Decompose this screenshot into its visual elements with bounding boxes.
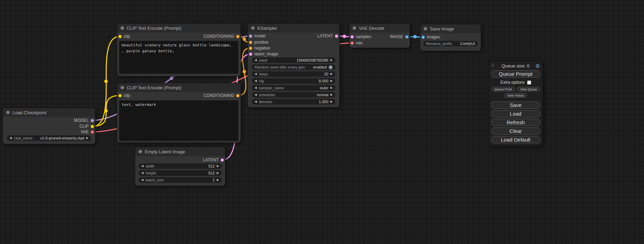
clip-slot-icon[interactable] bbox=[91, 125, 94, 128]
batch-size-widget[interactable]: ◀ batch_size 1 ▶ bbox=[139, 177, 222, 183]
node-title-bar[interactable]: Empty Latent Image bbox=[135, 147, 225, 156]
increment-icon[interactable]: ▶ bbox=[330, 87, 333, 89]
refresh-button[interactable]: Refresh bbox=[491, 119, 540, 126]
vae-slot-icon[interactable] bbox=[91, 130, 94, 134]
save-button[interactable]: Save bbox=[491, 101, 540, 109]
increment-icon[interactable]: ▶ bbox=[330, 59, 333, 62]
load-button[interactable]: Load bbox=[491, 110, 540, 117]
decrement-icon[interactable]: ◀ bbox=[255, 93, 257, 96]
decrement-icon[interactable]: ◀ bbox=[255, 73, 257, 75]
collapse-dot-icon[interactable] bbox=[6, 111, 10, 114]
collapse-dot-icon[interactable] bbox=[139, 150, 142, 153]
collapse-dot-icon[interactable] bbox=[353, 26, 356, 30]
input-slot-samples[interactable]: samples bbox=[351, 34, 371, 39]
clip-slot-icon[interactable] bbox=[118, 94, 122, 97]
conditioning-slot-icon[interactable] bbox=[249, 41, 252, 44]
collapse-dot-icon[interactable] bbox=[121, 86, 124, 89]
drag-handle-icon[interactable]: ⠿ bbox=[491, 63, 494, 68]
increment-icon[interactable]: ▶ bbox=[330, 93, 333, 96]
toggle-icon[interactable] bbox=[329, 65, 333, 69]
output-slot-conditioning[interactable]: CONDITIONING bbox=[203, 93, 239, 98]
view-queue-button[interactable]: View Queue bbox=[517, 87, 540, 91]
decrement-icon[interactable]: ◀ bbox=[255, 80, 257, 82]
node-title-bar[interactable]: Load Checkpoint bbox=[3, 108, 95, 117]
extra-options-checkbox[interactable] bbox=[527, 81, 531, 84]
comfyui-canvas[interactable]: { "colors": { "model": "#B39DDB", "clip"… bbox=[0, 0, 644, 244]
clip-slot-icon[interactable] bbox=[118, 35, 122, 38]
vae-slot-icon[interactable] bbox=[351, 42, 354, 45]
queue-front-button[interactable]: Queue Front bbox=[491, 87, 515, 91]
load-default-button[interactable]: Load Default bbox=[491, 136, 540, 143]
ckpt-name-widget[interactable]: ◀ ckpt_name v1-5-pruned-emaonly.ckpt ▶ bbox=[7, 135, 91, 141]
height-widget[interactable]: ◀ height 512 ▶ bbox=[139, 170, 222, 176]
image-slot-icon[interactable] bbox=[405, 35, 408, 38]
node-title-bar[interactable]: CLIP Text Encode (Prompt) bbox=[117, 83, 241, 92]
conditioning-slot-icon[interactable] bbox=[236, 94, 239, 97]
node-load-checkpoint[interactable]: Load Checkpoint MODEL CLIP VAE ◀ ckpt_na… bbox=[3, 108, 95, 144]
sampler-name-widget[interactable]: ◀ sampler_name euler ▶ bbox=[252, 85, 335, 91]
decrement-icon[interactable]: ◀ bbox=[255, 87, 257, 89]
output-slot-model[interactable]: MODEL bbox=[74, 118, 94, 123]
input-slot-negative[interactable]: negative bbox=[249, 45, 270, 51]
decrement-icon[interactable]: ◀ bbox=[141, 172, 143, 174]
output-slot-latent[interactable]: LATENT bbox=[203, 157, 224, 163]
input-slot-positive[interactable]: positive bbox=[249, 39, 268, 45]
node-empty-latent-image[interactable]: Empty Latent Image LATENT ◀ width 512 ▶ … bbox=[135, 147, 225, 186]
latent-slot-icon[interactable] bbox=[351, 35, 354, 38]
node-vae-decode[interactable]: VAE Decode samples vae IMAGE bbox=[349, 24, 410, 48]
denoise-widget[interactable]: ◀ denoise 1.000 ▶ bbox=[252, 99, 335, 105]
decrement-icon[interactable]: ◀ bbox=[255, 59, 257, 62]
latent-slot-icon[interactable] bbox=[249, 53, 252, 56]
queue-prompt-button[interactable]: Queue Prompt bbox=[491, 70, 540, 78]
output-slot-clip[interactable]: CLIP bbox=[79, 124, 94, 129]
model-slot-icon[interactable] bbox=[249, 35, 252, 38]
node-clip-text-encode-negative[interactable]: CLIP Text Encode (Prompt) clip CONDITION… bbox=[117, 83, 241, 143]
decrement-icon[interactable]: ◀ bbox=[10, 137, 12, 139]
node-title-bar[interactable]: VAE Decode bbox=[349, 24, 410, 33]
image-slot-icon[interactable] bbox=[422, 36, 425, 39]
collapse-dot-icon[interactable] bbox=[121, 26, 124, 30]
input-slot-model[interactable]: model bbox=[249, 33, 266, 39]
clear-button[interactable]: Clear bbox=[491, 127, 540, 135]
seed-widget[interactable]: ◀ seed 156680208700286 ▶ bbox=[252, 57, 335, 63]
decrement-icon[interactable]: ◀ bbox=[141, 165, 143, 168]
decrement-icon[interactable]: ◀ bbox=[141, 179, 143, 181]
node-clip-text-encode-positive[interactable]: CLIP Text Encode (Prompt) clip CONDITION… bbox=[117, 24, 241, 76]
increment-icon[interactable]: ▶ bbox=[330, 80, 333, 82]
input-slot-clip[interactable]: clip bbox=[118, 34, 130, 39]
collapse-dot-icon[interactable] bbox=[251, 26, 255, 30]
input-slot-vae[interactable]: vae bbox=[351, 40, 362, 46]
increment-icon[interactable]: ▶ bbox=[217, 165, 219, 168]
node-save-image[interactable]: Save Image images filename_prefix ComfyU… bbox=[420, 24, 481, 51]
decrement-icon[interactable]: ◀ bbox=[255, 100, 257, 103]
width-widget[interactable]: ◀ width 512 ▶ bbox=[139, 163, 222, 169]
node-title-bar[interactable]: Save Image bbox=[420, 24, 481, 33]
increment-icon[interactable]: ▶ bbox=[86, 137, 88, 139]
increment-icon[interactable]: ▶ bbox=[330, 73, 333, 75]
scheduler-widget[interactable]: ◀ scheduler normal ▶ bbox=[252, 92, 335, 98]
node-title-bar[interactable]: KSampler bbox=[248, 24, 339, 33]
model-slot-icon[interactable] bbox=[91, 119, 94, 122]
input-slot-latent-image[interactable]: latent_image bbox=[249, 51, 278, 57]
input-slot-images[interactable]: images bbox=[422, 34, 440, 40]
collapse-dot-icon[interactable] bbox=[424, 27, 427, 30]
random-seed-widget[interactable]: Random seed after every gen enabled bbox=[252, 64, 335, 70]
node-ksampler[interactable]: KSampler model positive negative latent_… bbox=[248, 24, 339, 107]
latent-slot-icon[interactable] bbox=[221, 159, 224, 162]
output-slot-latent[interactable]: LATENT bbox=[317, 33, 338, 39]
cfg-widget[interactable]: ◀ cfg 8.000 ▶ bbox=[252, 78, 335, 84]
steps-widget[interactable]: ◀ steps 20 ▶ bbox=[252, 71, 335, 77]
output-slot-image[interactable]: IMAGE bbox=[390, 34, 408, 39]
increment-icon[interactable]: ▶ bbox=[217, 172, 219, 174]
settings-gear-icon[interactable]: ⚙ bbox=[536, 63, 540, 69]
prompt-text-area[interactable]: beautiful scenery nature glass bottle la… bbox=[119, 41, 238, 74]
output-slot-conditioning[interactable]: CONDITIONING bbox=[203, 34, 239, 39]
conditioning-slot-icon[interactable] bbox=[236, 35, 239, 38]
prompt-text-area[interactable]: text, watermark bbox=[119, 100, 238, 141]
filename-prefix-widget[interactable]: filename_prefix ComfyUI bbox=[423, 41, 478, 46]
latent-slot-icon[interactable] bbox=[335, 35, 338, 38]
conditioning-slot-icon[interactable] bbox=[249, 47, 252, 50]
increment-icon[interactable]: ▶ bbox=[217, 179, 219, 181]
view-history-button[interactable]: View History bbox=[504, 93, 528, 98]
output-slot-vae[interactable]: VAE bbox=[81, 129, 94, 135]
